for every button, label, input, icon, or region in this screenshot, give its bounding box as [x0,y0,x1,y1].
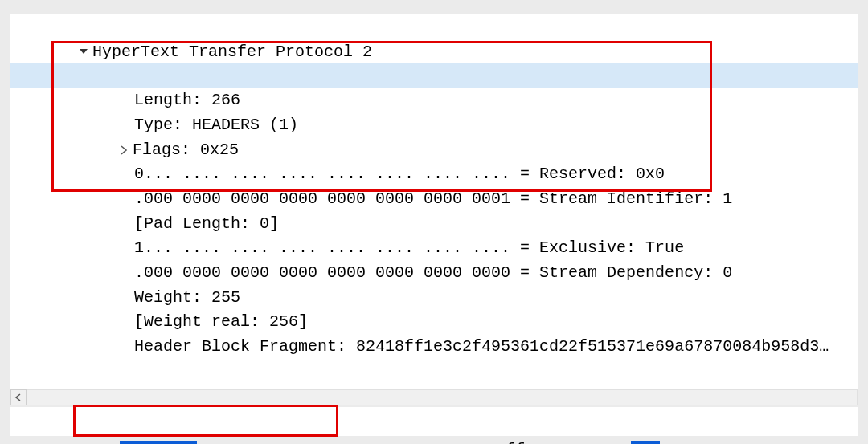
hex-offset: 0000 [52,441,91,444]
packet-details-pane[interactable]: HyperText Transfer Protocol 2 Stream: HE… [10,14,858,392]
tree-row-streamdep[interactable]: .000 0000 0000 0000 0000 0000 0000 0000 … [10,236,858,261]
highlight-box-hex-bytes [73,405,338,437]
tree-row-reserved[interactable]: 0... .... .... .... .... .... .... .... … [10,137,858,162]
ascii-rest: ·%··· ······A [660,441,785,444]
tree-row-exclusive[interactable]: 1... .... .... .... .... .... .... .... … [10,212,858,237]
scroll-left-button[interactable] [10,389,27,405]
hex-bytes-group2: 80 00 00 00 ff 82 41 [390,441,583,444]
ascii-selected: ··· [631,441,660,444]
tree-row-flags[interactable]: Flags: 0x25 [10,113,858,138]
tree-row-stream-id[interactable]: .000 0000 0000 0000 0000 0000 0000 0001 … [10,162,858,187]
hex-selected-bytes: 00 01 0a [120,441,197,444]
tree-row-weightreal[interactable]: [Weight real: 256] [10,286,858,311]
tree-row-length[interactable]: Length: 266 [10,63,858,88]
tree-row-padlen[interactable]: [Pad Length: 0] [10,187,858,212]
tree-row-stream[interactable]: Stream: HEADERS, Stream ID: 1, Length 26… [10,39,858,64]
tree-row-header-block[interactable]: Header Block Fragment: 82418ff1e3c2f4953… [10,310,858,335]
header-block-fragment: Header Block Fragment: 82418ff1e3c2f4953… [134,337,829,356]
hex-bytes-group1: 01 25 00 00 00 01 [197,441,390,444]
tree-row-weight[interactable]: Weight: 255 [10,261,858,286]
tree-row-protocol[interactable]: HyperText Transfer Protocol 2 [10,14,858,39]
tree-row-type[interactable]: Type: HEADERS (1) [10,88,858,113]
horizontal-scrollbar[interactable] [27,389,858,405]
packet-bytes-pane[interactable]: 0000 00 01 0a 01 25 00 00 00 01 80 00 00… [10,407,858,436]
